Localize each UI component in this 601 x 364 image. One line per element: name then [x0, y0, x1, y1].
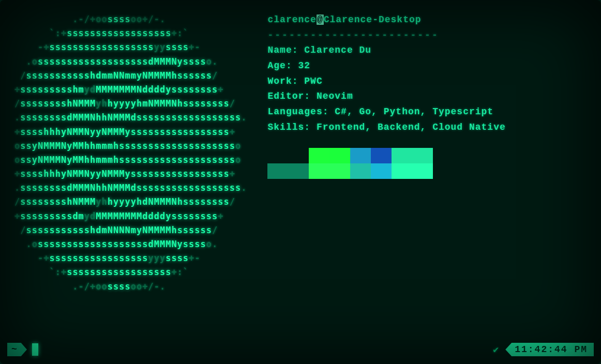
info-line: Work: PWC [267, 74, 587, 89]
color-swatch [392, 163, 412, 179]
prompt-symbol: ~ [11, 344, 18, 355]
info-key: Work: [267, 76, 304, 86]
color-swatch [329, 148, 350, 163]
at-symbol: @ [317, 14, 324, 25]
swatch-row [267, 163, 587, 179]
info-value: Neovim [317, 91, 353, 101]
username: clarence [267, 14, 316, 25]
clock-time: 11:42:44 PM [515, 344, 588, 355]
info-lines: Name: Clarence DuAge: 32Work: PWCEditor:… [267, 43, 587, 135]
info-line: Name: Clarence Du [267, 43, 587, 58]
status-right: ✔ 11:42:44 PM [493, 343, 594, 356]
info-key: Name: [267, 45, 304, 55]
info-panel: clarence@Clarence-Desktop --------------… [267, 12, 587, 359]
color-swatches [267, 148, 587, 179]
clock-badge: 11:42:44 PM [505, 343, 594, 356]
user-host-line: clarence@Clarence-Desktop [267, 12, 587, 28]
info-key: Languages: [267, 107, 335, 117]
divider-line: ------------------------ [267, 28, 587, 43]
info-value: C#, Go, Python, Typescript [335, 107, 493, 117]
info-value: Clarence Du [304, 45, 371, 55]
color-swatch [371, 148, 392, 163]
color-swatch [267, 163, 288, 179]
info-line: Age: 32 [267, 58, 587, 74]
info-value: PWC [304, 76, 322, 86]
info-line: Skills: Frontend, Backend, Cloud Native [267, 120, 587, 135]
content-row: .-/+oossssoo+/-. `:+ssssssssssssssssss+:… [14, 12, 587, 359]
color-swatch [288, 163, 309, 179]
ascii-logo: .-/+oossssoo+/-. `:+ssssssssssssssssss+:… [14, 12, 247, 359]
status-bar: ~ ✔ 11:42:44 PM [0, 341, 601, 358]
info-line: Editor: Neovim [267, 89, 587, 104]
color-swatch [412, 148, 433, 163]
color-swatch [288, 148, 309, 163]
check-icon: ✔ [493, 344, 499, 355]
color-swatch [309, 163, 329, 179]
info-key: Skills: [267, 122, 316, 132]
color-swatch [371, 163, 392, 179]
color-swatch [392, 148, 412, 163]
color-swatch [350, 163, 371, 179]
info-value: 32 [298, 60, 311, 71]
info-key: Editor: [267, 91, 316, 101]
swatch-row [267, 148, 587, 163]
hostname: Clarence-Desktop [324, 14, 422, 25]
color-swatch [329, 163, 350, 179]
color-swatch [267, 148, 288, 163]
color-swatch [412, 163, 433, 179]
status-left: ~ [7, 343, 38, 356]
terminal-screen: .-/+oossssoo+/-. `:+ssssssssssssssssss+:… [0, 0, 601, 364]
prompt-badge[interactable]: ~ [7, 343, 27, 356]
info-value: Frontend, Backend, Cloud Native [317, 122, 506, 132]
info-key: Age: [267, 60, 298, 71]
color-swatch [309, 148, 329, 163]
cursor-block-icon[interactable] [32, 343, 38, 356]
info-line: Languages: C#, Go, Python, Typescript [267, 104, 587, 120]
color-swatch [350, 148, 371, 163]
